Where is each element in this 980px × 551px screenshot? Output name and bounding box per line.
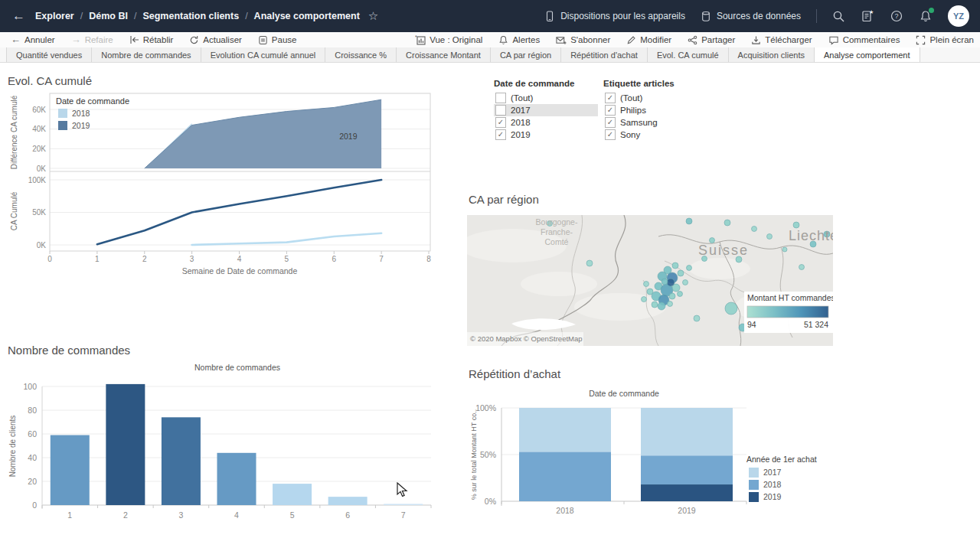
- tab-evolution-ca-cumul-annuel[interactable]: Evolution CA cumulé annuel: [201, 47, 326, 62]
- filter-option-label: Philips: [620, 106, 646, 115]
- evol-ca-chart[interactable]: 0K20K40K60KDifférence CA cumulé0K50K100K…: [8, 92, 436, 285]
- svg-text:1: 1: [67, 510, 72, 520]
- checkbox-unchecked[interactable]: [495, 105, 506, 116]
- breadcrumb-explorer[interactable]: Explorer: [35, 11, 74, 21]
- tab-acquisition-clients[interactable]: Acquisition clients: [729, 47, 815, 62]
- avatar[interactable]: YZ: [948, 5, 969, 27]
- filter-option-tout[interactable]: ✓(Tout): [603, 92, 695, 104]
- tab-nombre-de-commandes[interactable]: Nombre de commandes: [92, 47, 201, 62]
- filter-option-2019[interactable]: ✓2019: [494, 129, 598, 141]
- download-button[interactable]: Télécharger: [751, 35, 812, 45]
- svg-text:Liechte: Liechte: [789, 228, 833, 243]
- mouse-cursor: [397, 482, 409, 502]
- checkbox-checked[interactable]: ✓: [495, 129, 506, 140]
- subscribe-button[interactable]: S'abonner: [556, 35, 610, 45]
- revert-button[interactable]: Rétablir: [129, 35, 174, 44]
- recents-doc-star-icon[interactable]: ★: [861, 9, 874, 23]
- checkbox-checked[interactable]: ✓: [605, 93, 616, 103]
- repetition-achat-chart[interactable]: Date de commande0%50%100%20182019% sur l…: [467, 387, 827, 540]
- svg-text:20: 20: [28, 477, 37, 486]
- fullscreen-icon: [916, 35, 926, 45]
- filter-option-sony[interactable]: ✓Sony: [603, 129, 695, 141]
- data-sources-button[interactable]: Sources de données: [701, 11, 801, 22]
- help-icon[interactable]: ?: [890, 9, 903, 23]
- refresh-button[interactable]: Actualiser: [189, 35, 242, 45]
- sheet-tabs: Quantité venduesNombre de commandesEvolu…: [0, 47, 980, 63]
- breadcrumb-analyse-comportement[interactable]: Analyse comportement: [254, 11, 360, 21]
- svg-text:2019: 2019: [678, 506, 696, 515]
- filter-title: Etiquette articles: [603, 79, 695, 88]
- svg-text:2017: 2017: [763, 468, 782, 477]
- filter-option-label: Sony: [620, 130, 640, 139]
- back-icon[interactable]: ←: [12, 8, 25, 24]
- tab-ca-par-r-gion[interactable]: CA par région: [491, 47, 561, 62]
- svg-text:3: 3: [190, 255, 194, 263]
- nb-commandes-chart[interactable]: Nombre de commandes0204060801001234567No…: [8, 362, 436, 530]
- search-icon[interactable]: [832, 10, 845, 23]
- svg-text:100%: 100%: [475, 403, 496, 412]
- svg-text:3: 3: [179, 510, 184, 520]
- tab-croissance-montant[interactable]: Croissance Montant: [397, 47, 491, 62]
- svg-text:2019: 2019: [339, 132, 358, 141]
- filter-option-label: 2018: [511, 118, 531, 127]
- device-layouts-label: Dispositions pour les appareils: [560, 11, 685, 21]
- breadcrumb-separator: /: [80, 11, 83, 21]
- filter-option-tout[interactable]: (Tout): [494, 92, 598, 104]
- svg-text:94: 94: [747, 320, 756, 329]
- breadcrumb-d-mo-bi[interactable]: Démo BI: [89, 11, 128, 21]
- svg-text:Comté: Comté: [545, 237, 569, 246]
- svg-text:Semaine de Date de commande: Semaine de Date de commande: [182, 266, 298, 276]
- edit-button[interactable]: Modifier: [626, 35, 671, 45]
- svg-text:2019: 2019: [763, 492, 782, 501]
- toolbar-left: ←Annuler →Refaire Rétablir Actualiser Pa…: [0, 35, 312, 45]
- svg-text:© 2020 Mapbox © OpenStreetMap: © 2020 Mapbox © OpenStreetMap: [470, 334, 583, 343]
- tab-evol-ca-cumul[interactable]: Evol. CA cumulé: [648, 47, 729, 62]
- pause-button[interactable]: Pause: [258, 35, 297, 45]
- svg-text:4: 4: [237, 255, 242, 263]
- tab-analyse-comportement[interactable]: Analyse comportement: [815, 47, 920, 62]
- filter-option-2017[interactable]: 2017: [494, 104, 598, 116]
- svg-text:5: 5: [290, 510, 295, 520]
- alerts-button[interactable]: Alertes: [498, 35, 540, 45]
- checkbox-checked[interactable]: ✓: [605, 105, 616, 116]
- svg-text:Date de commande: Date de commande: [589, 389, 659, 398]
- fullscreen-button[interactable]: Plein écran: [916, 35, 974, 45]
- nb-commandes-title: Nombre de commandes: [8, 344, 130, 357]
- checkbox-unchecked[interactable]: [495, 93, 506, 103]
- device-layouts-button[interactable]: Dispositions pour les appareils: [544, 11, 685, 22]
- ca-region-map[interactable]: Bourgogne-Franche-ComtéSuisseLiechte© 20…: [467, 215, 833, 346]
- svg-text:Année de 1er achat: Année de 1er achat: [746, 455, 817, 464]
- svg-text:2018: 2018: [556, 506, 574, 515]
- breadcrumb-segmentation-clients[interactable]: Segmentation clients: [142, 11, 239, 21]
- svg-text:100: 100: [23, 382, 37, 391]
- navbar-actions: Dispositions pour les appareils Sources …: [544, 5, 980, 27]
- redo-button[interactable]: →Refaire: [71, 35, 113, 44]
- subscribe-envelope-icon: [556, 35, 567, 45]
- svg-text:2: 2: [142, 255, 147, 263]
- svg-text:0: 0: [32, 500, 37, 510]
- notifications-bell-icon[interactable]: [919, 9, 933, 23]
- comments-button[interactable]: Commentaires: [828, 35, 900, 45]
- share-icon: [688, 35, 697, 45]
- svg-text:4: 4: [234, 510, 239, 520]
- filter-option-philips[interactable]: ✓Philips: [603, 104, 695, 116]
- share-button[interactable]: Partager: [688, 35, 735, 45]
- favorite-star-icon[interactable]: ☆: [368, 9, 378, 23]
- svg-text:0: 0: [47, 255, 52, 263]
- checkbox-checked[interactable]: ✓: [605, 129, 616, 140]
- data-sources-label: Sources de données: [717, 11, 801, 21]
- filter-option-samsung[interactable]: ✓Samsung: [603, 116, 695, 129]
- filter-option-2018[interactable]: ✓2018: [494, 116, 598, 129]
- svg-text:CA Cumulé: CA Cumulé: [10, 191, 18, 230]
- tab-croissance[interactable]: Croissance %: [325, 47, 397, 62]
- toolbar-right: * Vue : Original Alertes S'abonner Modif…: [399, 35, 980, 45]
- svg-text:40: 40: [28, 453, 37, 462]
- checkbox-checked[interactable]: ✓: [605, 117, 616, 128]
- checkbox-checked[interactable]: ✓: [495, 117, 506, 128]
- tab-r-p-tition-d-achat[interactable]: Répétition d'achat: [561, 47, 648, 62]
- tab-quantit-vendues[interactable]: Quantité vendues: [6, 47, 92, 62]
- filter-option-label: Samsung: [620, 118, 658, 127]
- view-button[interactable]: * Vue : Original: [415, 35, 482, 45]
- svg-text:6: 6: [345, 510, 350, 520]
- undo-button[interactable]: ←Annuler: [11, 35, 55, 44]
